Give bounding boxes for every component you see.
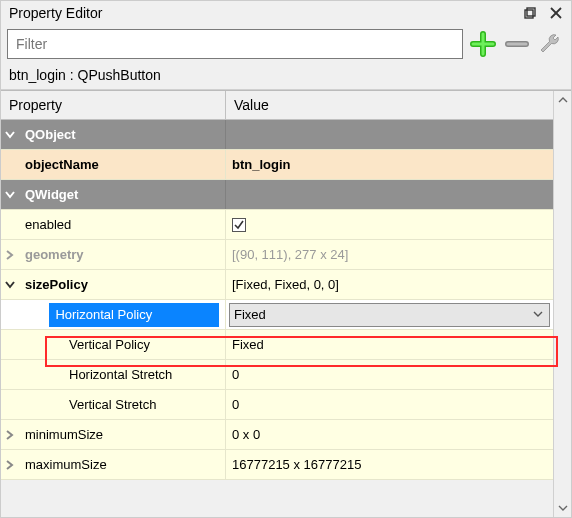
table-header: Property Value: [1, 91, 553, 120]
header-value[interactable]: Value: [226, 91, 553, 119]
chevron-right-icon: [1, 250, 19, 260]
prop-label: sizePolicy: [19, 277, 88, 292]
header-property[interactable]: Property: [1, 91, 226, 119]
scroll-up-icon[interactable]: [554, 91, 571, 109]
close-icon[interactable]: [549, 6, 563, 20]
chevron-right-icon: [1, 460, 19, 470]
prop-value[interactable]: 16777215 x 16777215: [226, 450, 553, 479]
filter-input[interactable]: [7, 29, 463, 59]
prop-label: geometry: [19, 247, 84, 262]
prop-label: objectName: [19, 157, 99, 172]
undock-icon[interactable]: [523, 6, 537, 20]
prop-value[interactable]: btn_login: [226, 150, 553, 179]
row-horizontal-policy[interactable]: Horizontal Policy Fixed: [1, 300, 553, 330]
object-line: btn_login : QPushButton: [1, 63, 571, 90]
toolbar: [1, 27, 571, 63]
horizontal-policy-dropdown[interactable]: Fixed: [229, 303, 550, 327]
prop-label: minimumSize: [19, 427, 103, 442]
row-enabled[interactable]: enabled: [1, 210, 553, 240]
scroll-down-icon[interactable]: [554, 499, 571, 517]
row-horizontal-stretch[interactable]: Horizontal Stretch 0: [1, 360, 553, 390]
group-label: QWidget: [19, 187, 78, 202]
wrench-icon[interactable]: [537, 30, 565, 58]
row-objectname[interactable]: objectName btn_login: [1, 150, 553, 180]
dropdown-value: Fixed: [230, 307, 266, 322]
chevron-down-icon: [533, 307, 543, 322]
prop-value[interactable]: 0 x 0: [226, 420, 553, 449]
prop-label: enabled: [19, 217, 71, 232]
prop-label: Horizontal Stretch: [19, 367, 172, 382]
chevron-down-icon: [1, 190, 19, 200]
chevron-down-icon: [1, 130, 19, 140]
row-vertical-policy[interactable]: Vertical Policy Fixed: [1, 330, 553, 360]
property-editor-panel: Property Editor btn_login : QPushButton …: [0, 0, 572, 518]
prop-value[interactable]: [Fixed, Fixed, 0, 0]: [226, 270, 553, 299]
chevron-down-icon: [1, 280, 19, 290]
vertical-scrollbar[interactable]: [553, 91, 571, 517]
group-qwidget[interactable]: QWidget: [1, 180, 553, 210]
svg-rect-1: [527, 8, 535, 16]
svg-rect-0: [525, 10, 533, 18]
chevron-right-icon: [1, 430, 19, 440]
prop-value[interactable]: 0: [226, 360, 553, 389]
group-label: QObject: [19, 127, 76, 142]
scroll-track[interactable]: [554, 109, 571, 499]
title-bar: Property Editor: [1, 1, 571, 27]
add-button[interactable]: [469, 30, 497, 58]
row-maximum-size[interactable]: maximumSize 16777215 x 16777215: [1, 450, 553, 480]
row-sizepolicy[interactable]: sizePolicy [Fixed, Fixed, 0, 0]: [1, 270, 553, 300]
prop-label: Vertical Stretch: [19, 397, 156, 412]
row-vertical-stretch[interactable]: Vertical Stretch 0: [1, 390, 553, 420]
property-table: Property Value QObject objectName: [1, 91, 553, 517]
selected-prop-label: Horizontal Policy: [49, 303, 219, 327]
prop-label: maximumSize: [19, 457, 107, 472]
group-qobject[interactable]: QObject: [1, 120, 553, 150]
prop-value: [(90, 111), 277 x 24]: [226, 240, 553, 269]
row-minimum-size[interactable]: minimumSize 0 x 0: [1, 420, 553, 450]
row-geometry[interactable]: geometry [(90, 111), 277 x 24]: [1, 240, 553, 270]
prop-value[interactable]: Fixed: [226, 330, 553, 359]
panel-title: Property Editor: [9, 5, 102, 21]
prop-value[interactable]: 0: [226, 390, 553, 419]
prop-label: Vertical Policy: [19, 337, 150, 352]
remove-button[interactable]: [503, 30, 531, 58]
enabled-checkbox[interactable]: [232, 218, 246, 232]
